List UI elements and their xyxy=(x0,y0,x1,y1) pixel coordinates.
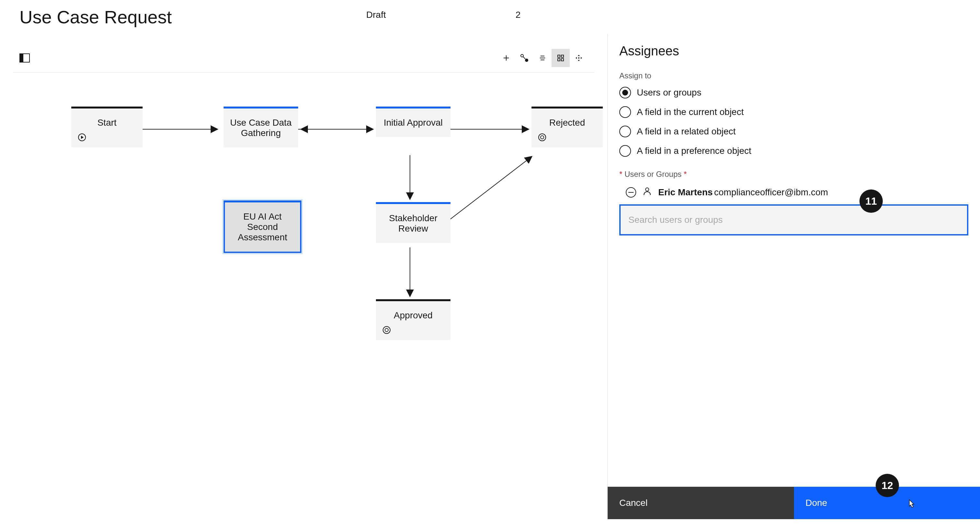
workflow-diagram: Start Use Case Data Gathering Initial Ap… xyxy=(13,73,594,516)
sidebar-footer: Cancel Done xyxy=(608,487,980,519)
play-icon xyxy=(78,133,86,143)
radio-field-related[interactable]: A field in a related object xyxy=(619,125,968,137)
grid-button[interactable] xyxy=(552,49,570,67)
canvas-toolbar xyxy=(13,44,594,73)
svg-point-1 xyxy=(525,59,528,62)
radio-label: A field in the current object xyxy=(637,107,744,117)
page-title: Use Case Request xyxy=(19,6,172,27)
radio-icon xyxy=(619,87,631,98)
search-users-input[interactable] xyxy=(619,204,968,235)
node-euai-label: EU AI Act Second Assessment xyxy=(238,211,288,242)
svg-point-17 xyxy=(541,136,544,139)
svg-line-14 xyxy=(447,157,531,222)
node-rejected-label: Rejected xyxy=(549,118,585,128)
status-label: Draft xyxy=(366,10,386,20)
list-icon xyxy=(539,54,546,62)
svg-point-19 xyxy=(385,329,388,332)
radio-label: Users or groups xyxy=(637,87,701,98)
sidebar-title: Assignees xyxy=(619,44,968,58)
node-euai-assessment[interactable]: EU AI Act Second Assessment xyxy=(224,200,301,253)
assigned-user-row: Eric Martens complianceofficer@ibm.com xyxy=(619,184,968,204)
connection-button[interactable] xyxy=(515,49,533,67)
user-email: complianceofficer@ibm.com xyxy=(714,187,828,197)
assign-to-label: Assign to xyxy=(619,71,968,80)
page-header: Use Case Request Draft 2 xyxy=(0,0,980,34)
cancel-button[interactable]: Cancel xyxy=(608,487,794,519)
svg-rect-5 xyxy=(558,59,560,61)
count-label: 2 xyxy=(515,10,521,20)
svg-rect-4 xyxy=(561,55,563,57)
svg-point-7 xyxy=(578,57,579,59)
move-button[interactable] xyxy=(570,49,588,67)
radio-icon xyxy=(619,106,631,118)
radio-users-groups[interactable]: Users or groups xyxy=(619,87,968,98)
radio-label: A field in a related object xyxy=(637,126,736,137)
header-meta: Draft 2 xyxy=(366,6,520,27)
connection-icon xyxy=(520,54,529,62)
node-approved[interactable]: Approved xyxy=(376,299,450,340)
callout-11: 11 xyxy=(859,189,883,213)
workflow-canvas: Start Use Case Data Gathering Initial Ap… xyxy=(0,34,607,519)
node-start-label: Start xyxy=(97,118,116,128)
node-gathering[interactable]: Use Case Data Gathering xyxy=(224,106,298,148)
node-start[interactable]: Start xyxy=(71,106,143,148)
radio-icon xyxy=(619,125,631,137)
add-button[interactable] xyxy=(497,49,515,67)
node-stakeholder-review[interactable]: Stakeholder Review xyxy=(376,202,450,243)
assign-to-radio-group: Users or groups A field in the current o… xyxy=(619,87,968,157)
node-approved-label: Approved xyxy=(394,310,433,320)
stop-icon xyxy=(382,326,391,336)
radio-field-preference[interactable]: A field in a preference object xyxy=(619,145,968,157)
radio-label: A field in a preference object xyxy=(637,146,751,156)
svg-point-20 xyxy=(646,188,649,191)
users-groups-label: * Users or Groups * xyxy=(619,170,968,179)
grid-icon xyxy=(557,54,565,62)
node-gathering-label: Use Case Data Gathering xyxy=(230,118,292,138)
move-icon xyxy=(574,54,583,62)
user-name: Eric Martens xyxy=(658,187,713,197)
svg-rect-3 xyxy=(558,55,560,57)
radio-field-current[interactable]: A field in the current object xyxy=(619,106,968,118)
list-button[interactable] xyxy=(533,49,552,67)
svg-point-0 xyxy=(521,54,523,57)
node-initial-approval[interactable]: Initial Approval xyxy=(376,106,450,137)
node-rejected[interactable]: Rejected xyxy=(531,106,603,148)
radio-icon xyxy=(619,145,631,157)
node-stakeholder-label: Stakeholder Review xyxy=(389,213,437,233)
panel-toggle-icon[interactable] xyxy=(19,54,30,62)
cursor-icon xyxy=(906,499,915,510)
node-initial-label: Initial Approval xyxy=(384,118,443,128)
user-display: Eric Martens complianceofficer@ibm.com xyxy=(658,187,828,198)
svg-rect-6 xyxy=(561,59,563,61)
svg-line-2 xyxy=(523,57,525,59)
svg-point-18 xyxy=(383,326,390,333)
svg-point-16 xyxy=(539,134,546,141)
stop-icon xyxy=(538,133,546,143)
user-icon xyxy=(643,187,652,198)
plus-icon xyxy=(502,54,510,62)
callout-12: 12 xyxy=(876,474,899,497)
remove-user-icon[interactable] xyxy=(626,187,636,198)
assignees-sidebar: Assignees Assign to Users or groups A fi… xyxy=(607,34,980,519)
